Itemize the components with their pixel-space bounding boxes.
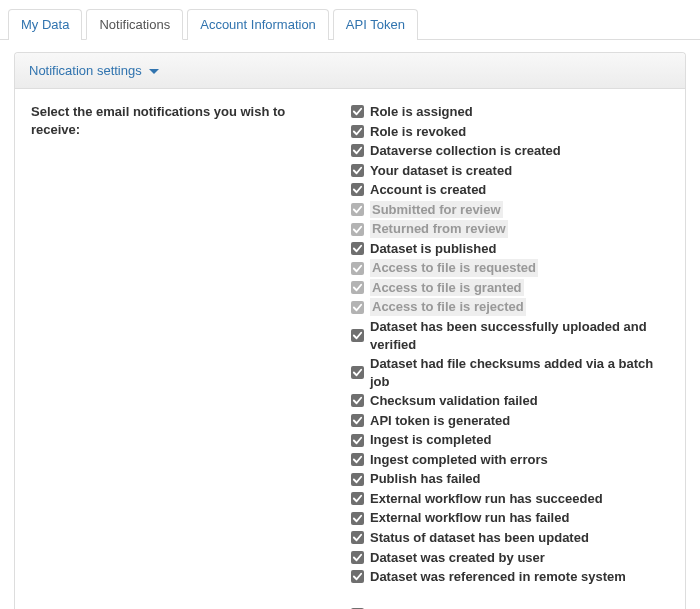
option-label: Dataverse collection is created [370, 142, 561, 160]
panel-title: Notification settings [29, 63, 142, 78]
email-option: Role is assigned [351, 103, 669, 121]
email-section: Select the email notifications you wish … [31, 103, 669, 588]
option-label: Access to file is granted [370, 279, 524, 297]
email-option: Dataverse collection is created [351, 142, 669, 160]
checkbox[interactable] [351, 144, 364, 157]
email-option: Returned from review [351, 220, 669, 238]
checkbox[interactable] [351, 453, 364, 466]
email-option: Access to file is rejected [351, 298, 669, 316]
option-label: Dataset was created by user [370, 549, 545, 567]
email-option: Status of dataset has been updated [351, 529, 669, 547]
option-label: Status of dataset has been updated [370, 529, 589, 547]
option-label: Ingest is completed [370, 431, 491, 449]
email-option: Dataset had file checksums added via a b… [351, 355, 669, 390]
tab-api-token[interactable]: API Token [333, 9, 418, 40]
panel-body: Select the email notifications you wish … [15, 89, 685, 609]
email-option: Checksum validation failed [351, 392, 669, 410]
email-option: Ingest is completed [351, 431, 669, 449]
option-label: Checksum validation failed [370, 392, 538, 410]
option-label: External workflow run has succeeded [370, 490, 603, 508]
checkbox[interactable] [351, 366, 364, 379]
checkbox[interactable] [351, 242, 364, 255]
option-label: API token is generated [370, 412, 510, 430]
option-label: Role is assigned [370, 103, 473, 121]
email-option: Dataset was created by user [351, 549, 669, 567]
email-option: Publish has failed [351, 470, 669, 488]
checkbox[interactable] [351, 570, 364, 583]
checkbox[interactable] [351, 329, 364, 342]
tab-my-data[interactable]: My Data [8, 9, 82, 40]
checkbox [351, 262, 364, 275]
notification-settings-panel: Notification settings Select the email n… [14, 52, 686, 609]
option-label: Your dataset is created [370, 162, 512, 180]
checkbox[interactable] [351, 473, 364, 486]
option-label: Returned from review [370, 220, 508, 238]
option-label: Dataset has been successfully uploaded a… [370, 318, 669, 353]
email-option: Access to file is requested [351, 259, 669, 277]
chevron-down-icon [149, 69, 159, 74]
panel-header[interactable]: Notification settings [15, 53, 685, 89]
checkbox[interactable] [351, 105, 364, 118]
option-label: External workflow run has failed [370, 509, 569, 527]
email-option: External workflow run has failed [351, 509, 669, 527]
tabs: My Data Notifications Account Informatio… [0, 0, 700, 40]
email-option: External workflow run has succeeded [351, 490, 669, 508]
checkbox[interactable] [351, 394, 364, 407]
email-option: Submitted for review [351, 201, 669, 219]
option-label: Access to file is rejected [370, 298, 526, 316]
checkbox[interactable] [351, 414, 364, 427]
email-option: Ingest completed with errors [351, 451, 669, 469]
option-label: Dataset was referenced in remote system [370, 568, 626, 586]
email-section-label: Select the email notifications you wish … [31, 103, 331, 588]
option-label: Dataset is published [370, 240, 496, 258]
email-option: Dataset was referenced in remote system [351, 568, 669, 586]
checkbox[interactable] [351, 125, 364, 138]
checkbox[interactable] [351, 183, 364, 196]
email-option: Account is created [351, 181, 669, 199]
checkbox [351, 301, 364, 314]
checkbox [351, 203, 364, 216]
option-label: Ingest completed with errors [370, 451, 548, 469]
email-option: Access to file is granted [351, 279, 669, 297]
email-option: Role is revoked [351, 123, 669, 141]
checkbox[interactable] [351, 531, 364, 544]
email-option: API token is generated [351, 412, 669, 430]
tab-account-information[interactable]: Account Information [187, 9, 329, 40]
option-label: Access to file is requested [370, 259, 538, 277]
email-option: Your dataset is created [351, 162, 669, 180]
checkbox[interactable] [351, 551, 364, 564]
tab-notifications[interactable]: Notifications [86, 9, 183, 40]
checkbox[interactable] [351, 512, 364, 525]
email-options: Role is assignedRole is revokedDataverse… [351, 103, 669, 588]
option-label: Account is created [370, 181, 486, 199]
option-label: Role is revoked [370, 123, 466, 141]
email-option: Dataset has been successfully uploaded a… [351, 318, 669, 353]
email-option: Dataset is published [351, 240, 669, 258]
checkbox [351, 223, 364, 236]
checkbox[interactable] [351, 492, 364, 505]
option-label: Dataset had file checksums added via a b… [370, 355, 669, 390]
option-label: Submitted for review [370, 201, 503, 219]
checkbox[interactable] [351, 434, 364, 447]
checkbox [351, 281, 364, 294]
option-label: Publish has failed [370, 470, 481, 488]
checkbox[interactable] [351, 164, 364, 177]
